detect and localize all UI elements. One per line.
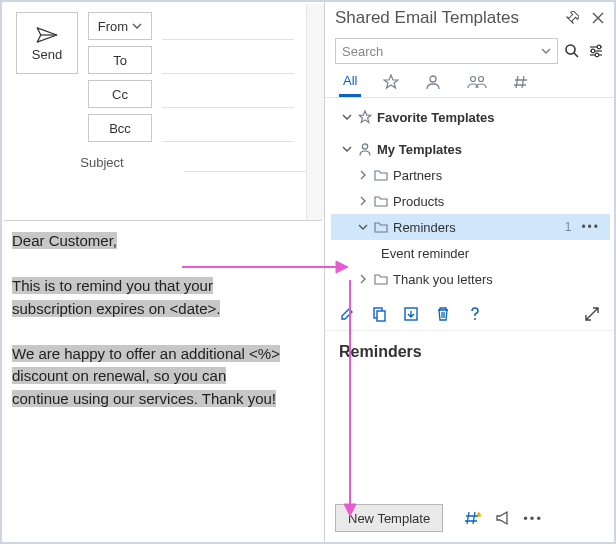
- people-icon: [467, 74, 487, 90]
- more-icon[interactable]: •••: [581, 220, 602, 234]
- detail-heading: Reminders: [325, 331, 614, 365]
- send-button[interactable]: Send: [16, 12, 78, 74]
- tree-folder-products[interactable]: Products: [331, 188, 610, 214]
- from-label: From: [98, 19, 128, 34]
- tab-tags[interactable]: [509, 67, 533, 97]
- cc-label: Cc: [112, 87, 128, 102]
- body-line: Dear Customer,: [12, 232, 117, 249]
- delete-icon[interactable]: [433, 304, 453, 324]
- expand-icon[interactable]: [582, 304, 602, 324]
- person-icon: [425, 74, 441, 90]
- settings-sliders-icon[interactable]: [586, 41, 606, 61]
- subject-field[interactable]: [184, 152, 312, 172]
- chevron-down-icon: [132, 23, 142, 29]
- body-line: discount on renewal, so you can: [12, 367, 226, 384]
- folder-icon: [373, 169, 389, 181]
- template-tree: Favorite Templates My Templates Partners…: [325, 98, 614, 296]
- from-field[interactable]: [162, 12, 294, 40]
- subject-label: Subject: [30, 155, 174, 170]
- search-icon[interactable]: [562, 41, 582, 61]
- bcc-field[interactable]: [162, 114, 294, 142]
- search-row: Search: [325, 32, 614, 68]
- chevron-down-icon[interactable]: [541, 48, 551, 54]
- tab-all[interactable]: All: [339, 67, 361, 97]
- star-icon: [383, 74, 399, 90]
- tree-folder-thankyou[interactable]: Thank you letters: [331, 266, 610, 292]
- svg-line-2: [574, 53, 578, 57]
- close-icon[interactable]: [588, 8, 608, 28]
- tree-folder-reminders[interactable]: Reminders 1 •••: [331, 214, 610, 240]
- svg-point-8: [595, 53, 599, 57]
- body-line: continue using our services. Thank you!: [12, 390, 276, 407]
- tree-label: Event reminder: [381, 246, 469, 261]
- hash-icon: [513, 74, 529, 90]
- chevron-right-icon: [357, 274, 369, 284]
- tree-folder-partners[interactable]: Partners: [331, 162, 610, 188]
- panel-title: Shared Email Templates: [335, 8, 556, 28]
- tree-my-templates[interactable]: My Templates: [331, 136, 610, 162]
- tree-favorites[interactable]: Favorite Templates: [331, 104, 610, 130]
- send-icon: [36, 27, 58, 43]
- tree-label: Thank you letters: [393, 272, 493, 287]
- cc-button[interactable]: Cc: [88, 80, 152, 108]
- item-toolbar: [325, 296, 614, 331]
- import-icon[interactable]: [401, 304, 421, 324]
- item-count: 1: [565, 220, 572, 234]
- tree-item-event-reminder[interactable]: Event reminder: [331, 240, 610, 266]
- to-button[interactable]: To: [88, 46, 152, 74]
- new-template-button[interactable]: New Template: [335, 504, 443, 532]
- body-line: We are happy to offer an additional <%>: [12, 345, 280, 362]
- search-input[interactable]: Search: [335, 38, 558, 64]
- chevron-down-icon: [341, 146, 353, 153]
- panel-header: Shared Email Templates: [325, 2, 614, 32]
- tree-label: Favorite Templates: [377, 110, 495, 125]
- tree-label: Reminders: [393, 220, 456, 235]
- divider: [4, 220, 322, 221]
- templates-pane: Shared Email Templates Search All: [324, 2, 614, 542]
- svg-point-10: [471, 77, 476, 82]
- svg-rect-14: [377, 311, 385, 321]
- svg-point-12: [362, 144, 367, 149]
- folder-icon: [373, 273, 389, 285]
- pin-icon[interactable]: [562, 8, 582, 28]
- tree-label: Partners: [393, 168, 442, 183]
- folder-icon: [373, 195, 389, 207]
- tree-label: My Templates: [377, 142, 462, 157]
- compose-header: Send From To Cc Bcc: [2, 2, 324, 142]
- chevron-down-icon: [341, 114, 353, 121]
- send-label: Send: [32, 47, 62, 62]
- compose-pane: Send From To Cc Bcc: [2, 2, 324, 542]
- help-icon[interactable]: [465, 304, 485, 324]
- svg-point-16: [474, 318, 476, 320]
- chevron-right-icon: [357, 196, 369, 206]
- more-icon[interactable]: •••: [523, 508, 543, 528]
- svg-point-9: [430, 76, 436, 82]
- copy-icon[interactable]: [369, 304, 389, 324]
- svg-point-4: [597, 45, 601, 49]
- to-label: To: [113, 53, 127, 68]
- from-button[interactable]: From: [88, 12, 152, 40]
- edit-icon[interactable]: [337, 304, 357, 324]
- person-icon: [357, 142, 373, 156]
- chevron-right-icon: [357, 170, 369, 180]
- star-icon: [357, 110, 373, 124]
- body-line: subscription expires on <date>.: [12, 300, 220, 317]
- tab-personal[interactable]: [421, 67, 445, 97]
- filter-tabs: All: [325, 68, 614, 98]
- tab-team[interactable]: [463, 67, 491, 97]
- hash-action-icon[interactable]: [463, 508, 483, 528]
- body-line: This is to remind you that your: [12, 277, 213, 294]
- to-field[interactable]: [162, 46, 294, 74]
- bottom-bar: New Template •••: [325, 500, 614, 536]
- folder-icon: [373, 221, 389, 233]
- scrollbar[interactable]: [306, 4, 324, 220]
- announce-icon[interactable]: [493, 508, 513, 528]
- svg-point-11: [479, 77, 484, 82]
- chevron-down-icon: [357, 224, 369, 231]
- svg-point-6: [591, 49, 595, 53]
- cc-field[interactable]: [162, 80, 294, 108]
- bcc-label: Bcc: [109, 121, 131, 136]
- bcc-button[interactable]: Bcc: [88, 114, 152, 142]
- email-body[interactable]: Dear Customer, This is to remind you tha…: [12, 230, 314, 410]
- tab-favorites[interactable]: [379, 67, 403, 97]
